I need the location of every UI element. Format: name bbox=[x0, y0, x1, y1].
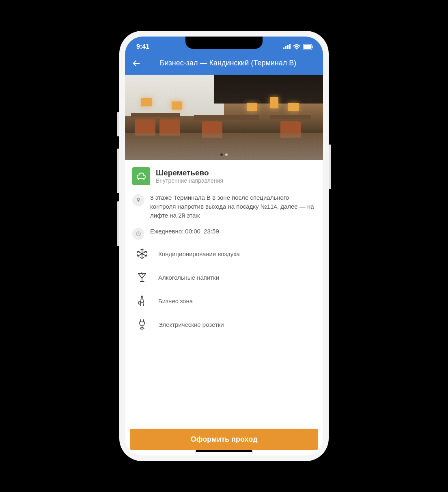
svg-rect-3 bbox=[289, 44, 291, 49]
screen: 9:41 Бизнес-зал — Кандинский (Терминал B… bbox=[125, 37, 323, 455]
svg-rect-20 bbox=[139, 302, 141, 304]
cocktail-icon bbox=[136, 271, 149, 284]
pagination-dot-1[interactable] bbox=[220, 153, 223, 156]
back-button[interactable] bbox=[131, 58, 142, 69]
svg-rect-0 bbox=[283, 47, 284, 49]
amenity-row: Электрические розетки bbox=[132, 318, 316, 331]
checkout-button-label: Оформить проход bbox=[191, 435, 258, 444]
lounge-category-icon bbox=[132, 167, 150, 185]
header: Бизнес-зал — Кандинский (Терминал B) bbox=[125, 55, 323, 75]
svg-point-17 bbox=[141, 296, 143, 298]
svg-rect-1 bbox=[285, 46, 286, 49]
cellular-icon bbox=[283, 44, 291, 49]
content[interactable]: Шереметьево Внутренние направления 3 эта… bbox=[125, 75, 323, 455]
location-row: 3 этаже Терминала В в зоне после специал… bbox=[132, 193, 316, 220]
status-time: 9:41 bbox=[136, 43, 149, 50]
amenity-label: Бизнес зона bbox=[158, 298, 193, 304]
airport-row: Шереметьево Внутренние направления bbox=[132, 167, 316, 185]
arrow-left-icon bbox=[132, 59, 141, 68]
svg-rect-5 bbox=[304, 45, 312, 49]
airport-subtitle: Внутренние направления bbox=[156, 177, 223, 184]
pin-icon bbox=[136, 197, 141, 203]
hours-row: Ежедневно: 00:00–23:59 bbox=[132, 227, 316, 240]
battery-icon bbox=[303, 44, 313, 50]
location-icon-wrapper bbox=[132, 194, 144, 206]
amenity-label: Электрические розетки bbox=[158, 321, 224, 328]
notch bbox=[185, 37, 263, 49]
hours-icon-wrapper bbox=[132, 228, 144, 240]
amenity-label: Кондиционирование воздуха bbox=[158, 250, 240, 257]
location-text: 3 этаже Терминала В в зоне после специал… bbox=[150, 193, 316, 220]
hero-image[interactable] bbox=[125, 75, 323, 160]
snowflake-icon bbox=[136, 247, 149, 260]
airport-name: Шереметьево bbox=[156, 168, 223, 177]
phone-frame: 9:41 Бизнес-зал — Кандинский (Терминал B… bbox=[119, 31, 329, 461]
clock-icon bbox=[136, 231, 141, 237]
status-indicators bbox=[283, 44, 313, 50]
svg-rect-2 bbox=[287, 45, 289, 49]
svg-point-24 bbox=[140, 328, 144, 329]
amenity-row: Кондиционирование воздуха bbox=[132, 247, 316, 260]
amenities-list: Кондиционирование воздуха Алкогольные на… bbox=[132, 247, 316, 331]
armchair-icon bbox=[136, 171, 146, 181]
page-title: Бизнес-зал — Кандинский (Терминал B) bbox=[146, 58, 317, 68]
svg-rect-6 bbox=[312, 46, 313, 48]
amenity-label: Алкогольные напитки bbox=[158, 274, 219, 281]
checkout-button[interactable]: Оформить проход bbox=[130, 429, 318, 450]
amenity-row: Бизнес зона bbox=[132, 294, 316, 307]
pagination-dot-2[interactable] bbox=[225, 153, 228, 156]
home-indicator[interactable] bbox=[196, 450, 252, 452]
amenity-row: Алкогольные напитки bbox=[132, 271, 316, 284]
wifi-icon bbox=[293, 44, 300, 50]
business-person-icon bbox=[136, 294, 149, 307]
hours-text: Ежедневно: 00:00–23:59 bbox=[150, 227, 219, 236]
carousel-pagination[interactable] bbox=[220, 153, 228, 156]
svg-line-19 bbox=[143, 302, 143, 306]
power-outlet-icon bbox=[136, 318, 149, 331]
